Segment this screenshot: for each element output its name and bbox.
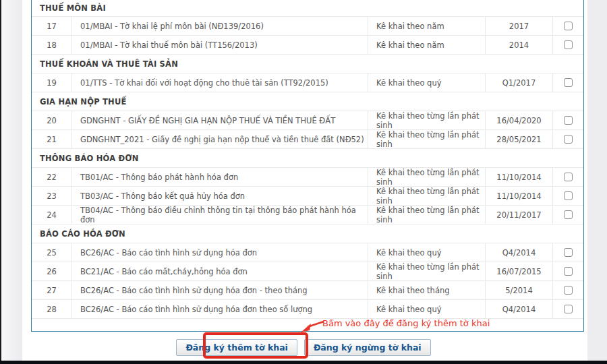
checkbox-cell <box>552 73 583 92</box>
action-buttons-bar: Đăng ký thêm tờ khai Đăng ký ngừng tờ kh… <box>0 339 607 356</box>
declaration-start-period: Q1/2017 <box>485 73 552 92</box>
declaration-name: 01/MBAI - Tờ khai thuế môn bài (TT156/20… <box>71 36 368 54</box>
declaration-name: 01/TTS - Tờ khai đối với hoạt động cho t… <box>71 73 368 92</box>
row-checkbox[interactable] <box>564 22 573 30</box>
row-checkbox[interactable] <box>564 248 573 257</box>
row-number: 20 <box>32 111 71 129</box>
checkbox-cell <box>552 168 583 186</box>
row-checkbox[interactable] <box>564 210 573 219</box>
row-checkbox[interactable] <box>564 305 573 313</box>
declaration-name: 01/MBAI - Tờ khai lệ phí môn bài (NĐ139/… <box>71 17 368 35</box>
row-number: 26 <box>32 262 71 280</box>
declaration-period-type: Kê khai theo quý <box>368 73 485 92</box>
checkbox-cell <box>552 36 583 54</box>
row-checkbox[interactable] <box>564 173 573 181</box>
table-row: 20GDNGHNT - GIẤY ĐỀ NGHỊ GIA HẠN NỘP THU… <box>32 111 583 130</box>
row-checkbox[interactable] <box>564 116 573 125</box>
row-checkbox[interactable] <box>564 267 573 276</box>
row-number: 25 <box>32 243 71 262</box>
table-row: 27BC26/AC - Báo cáo tình hình sử dụng hó… <box>32 281 583 300</box>
checkbox-cell <box>552 243 583 262</box>
tax-declaration-table: THUẾ MÔN BÀI1701/MBAI - Tờ khai lệ phí m… <box>31 0 584 332</box>
declaration-name: GDNGHNT_2021 - Giấy đề nghị gia hạn nộp … <box>71 130 368 148</box>
window-bottom-edge <box>0 361 607 364</box>
declaration-period-type: Kê khai theo từng lần phát sinh <box>368 111 485 129</box>
declaration-start-period: 2014 <box>485 36 552 54</box>
register-stop-declaration-button[interactable]: Đăng ký ngừng tờ khai <box>304 339 431 356</box>
checkbox-cell <box>552 281 583 299</box>
table-row: 26BC21/AC - Báo cáo mất,cháy,hỏng hóa đơ… <box>32 262 583 281</box>
table-row: 1701/MBAI - Tờ khai lệ phí môn bài (NĐ13… <box>32 17 583 36</box>
declaration-period-type: Kê khai theo năm <box>368 17 485 35</box>
row-checkbox[interactable] <box>564 78 573 87</box>
tax-declaration-table-body: THUẾ MÔN BÀI1701/MBAI - Tờ khai lệ phí m… <box>32 0 583 319</box>
declaration-period-type: Kê khai theo quý <box>368 300 485 318</box>
checkbox-cell <box>552 187 583 205</box>
section-header: GIA HẠN NỘP THUẾ <box>32 92 583 111</box>
table-row: 28BC26/AC - Báo cáo tình hình sử dụng hó… <box>32 300 583 319</box>
declaration-start-period: Q4/2014 <box>485 243 552 262</box>
checkbox-cell <box>552 130 583 148</box>
declaration-name: TB04/AC - Thông báo điều chỉnh thông tin… <box>71 206 368 224</box>
row-number: 21 <box>32 130 71 148</box>
declaration-start-period: 11/10/2014 <box>485 168 552 186</box>
declaration-period-type: Kê khai theo tháng <box>368 281 485 299</box>
row-checkbox[interactable] <box>564 191 573 200</box>
declaration-start-period: Q4/2014 <box>485 300 552 318</box>
table-row: 24TB04/AC - Thông báo điều chỉnh thông t… <box>32 206 583 224</box>
checkbox-cell <box>552 262 583 280</box>
table-row: 22TB01/AC - Thông báo phát hành hóa đơnK… <box>32 168 583 187</box>
section-header: THÔNG BÁO HÓA ĐƠN <box>32 149 583 168</box>
declaration-name: GDNGHNT - GIẤY ĐỀ NGHỊ GIA HẠN NỘP THUẾ … <box>71 111 368 129</box>
annotation-label: Bấm vào đây để đăng ký thêm tờ khai <box>322 318 490 328</box>
declaration-name: BC21/AC - Báo cáo mất,cháy,hỏng hóa đơn <box>71 262 368 280</box>
declaration-start-period: 28/05/2021 <box>485 130 552 148</box>
declaration-name: BC26/AC - Báo cáo tình hình sử dụng hóa … <box>71 281 368 299</box>
declaration-start-period: 16/07/2015 <box>485 262 552 280</box>
declaration-name: BC26/AC - Báo cáo tình hình sử dụng hóa … <box>71 300 368 318</box>
page-right-margin <box>587 0 607 361</box>
row-number: 27 <box>32 281 71 299</box>
row-checkbox[interactable] <box>564 286 573 295</box>
table-row: 1901/TTS - Tờ khai đối với hoạt động cho… <box>32 73 583 92</box>
declaration-start-period: 20/11/2017 <box>485 206 552 224</box>
register-add-declaration-button[interactable]: Đăng ký thêm tờ khai <box>176 339 297 356</box>
annotation-arrow-icon <box>298 319 325 335</box>
declaration-period-type: Kê khai theo từng lần phát sinh <box>368 262 485 280</box>
declaration-start-period: 11/10/2014 <box>485 187 552 205</box>
row-number: 18 <box>32 36 71 54</box>
section-header: BÁO CÁO HÓA ĐƠN <box>32 224 583 243</box>
row-number: 19 <box>32 73 71 92</box>
checkbox-cell <box>552 111 583 129</box>
declaration-name: TB03/AC - Thông báo kết quả hủy hóa đơn <box>71 187 368 205</box>
declaration-name: TB01/AC - Thông báo phát hành hóa đơn <box>71 168 368 186</box>
row-number: 28 <box>32 300 71 318</box>
page-left-margin <box>1 0 22 361</box>
row-number: 17 <box>32 17 71 35</box>
row-checkbox[interactable] <box>564 40 573 49</box>
declaration-period-type: Kê khai theo năm <box>368 36 485 54</box>
row-number: 22 <box>32 168 71 186</box>
declaration-period-type: Kê khai theo từng lần phát sinh <box>368 168 485 186</box>
table-row: 1801/MBAI - Tờ khai thuế môn bài (TT156/… <box>32 36 583 55</box>
declaration-period-type: Kê khai theo quý <box>368 243 485 262</box>
declaration-period-type: Kê khai theo từng lần phát sinh <box>368 130 485 148</box>
declaration-start-period: 2017 <box>485 17 552 35</box>
section-header: THUẾ KHOÁN VÀ THUÊ TÀI SẢN <box>32 55 583 73</box>
declaration-start-period: 16/04/2020 <box>485 111 552 129</box>
tax-portal-page: THUẾ MÔN BÀI1701/MBAI - Tờ khai lệ phí m… <box>0 0 607 364</box>
declaration-name: BC26/AC - Báo cáo tình hình sử dụng hóa … <box>71 243 368 262</box>
declaration-period-type: Kê khai theo từng lần phát sinh <box>368 187 485 205</box>
checkbox-cell <box>552 300 583 318</box>
row-number: 24 <box>32 206 71 224</box>
table-row: 21GDNGHNT_2021 - Giấy đề nghị gia hạn nộ… <box>32 130 583 149</box>
checkbox-cell <box>552 206 583 224</box>
row-number: 23 <box>32 187 71 205</box>
declaration-period-type: Kê khai theo từng lần phát sinh <box>368 206 485 224</box>
table-row: 25BC26/AC - Báo cáo tình hình sử dụng hó… <box>32 243 583 262</box>
section-header: THUẾ MÔN BÀI <box>32 0 583 17</box>
declaration-start-period: 5/2014 <box>485 281 552 299</box>
checkbox-cell <box>552 17 583 35</box>
row-checkbox[interactable] <box>564 135 573 144</box>
table-row: 23TB03/AC - Thông báo kết quả hủy hóa đơ… <box>32 187 583 206</box>
